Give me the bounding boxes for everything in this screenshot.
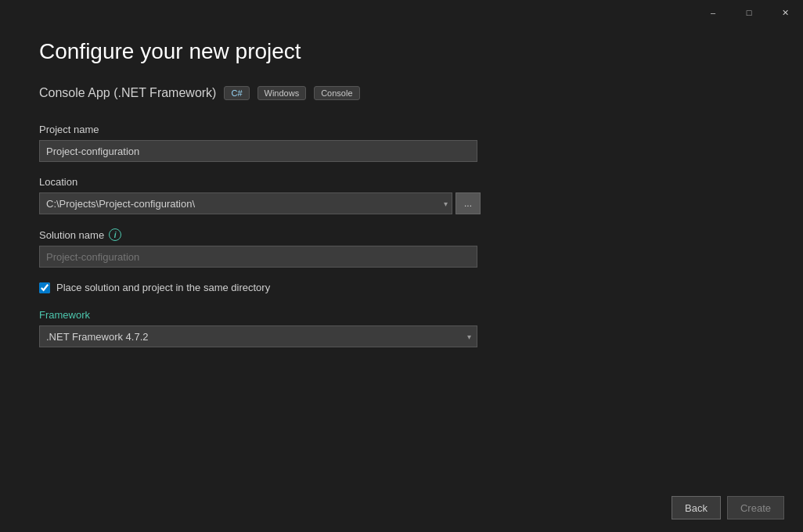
app-type-name: Console App (.NET Framework) <box>39 86 216 100</box>
same-directory-checkbox[interactable] <box>39 282 50 293</box>
maximize-icon: □ <box>747 8 752 17</box>
solution-name-label-row: Solution name i <box>39 228 764 241</box>
location-label: Location <box>39 176 764 188</box>
solution-name-group: Solution name i <box>39 228 764 268</box>
tag-csharp: C# <box>224 86 249 100</box>
framework-group: Framework .NET Framework 4.7.2 .NET Fram… <box>39 309 764 347</box>
framework-select-wrapper: .NET Framework 4.7.2 .NET Framework 4.8 … <box>39 325 477 347</box>
minimize-icon: – <box>711 8 715 17</box>
app-type-row: Console App (.NET Framework) C# Windows … <box>39 86 764 100</box>
solution-name-input[interactable] <box>39 246 477 268</box>
location-dropdown-wrapper: C:\Projects\Project-configuration\ <box>39 192 452 214</box>
close-button[interactable]: ✕ <box>767 0 803 25</box>
framework-select[interactable]: .NET Framework 4.7.2 .NET Framework 4.8 … <box>39 325 477 347</box>
location-row: C:\Projects\Project-configuration\ ... <box>39 192 764 214</box>
close-icon: ✕ <box>782 8 789 18</box>
page-title: Configure your new project <box>39 39 764 64</box>
tag-console: Console <box>314 86 359 100</box>
solution-name-label: Solution name <box>39 229 104 241</box>
location-select[interactable]: C:\Projects\Project-configuration\ <box>39 192 452 214</box>
minimize-button[interactable]: – <box>695 0 731 25</box>
same-directory-label[interactable]: Place solution and project in the same d… <box>56 282 270 293</box>
project-name-label: Project name <box>39 124 764 135</box>
back-button[interactable]: Back <box>672 496 721 519</box>
bottom-bar: Back Create <box>653 483 803 532</box>
framework-label: Framework <box>39 309 764 321</box>
solution-name-info-icon[interactable]: i <box>109 228 121 241</box>
title-bar: – □ ✕ <box>695 0 803 25</box>
maximize-button[interactable]: □ <box>731 0 767 25</box>
project-name-group: Project name <box>39 124 764 162</box>
project-name-input[interactable] <box>39 140 477 162</box>
create-button[interactable]: Create <box>727 496 784 519</box>
location-group: Location C:\Projects\Project-configurati… <box>39 176 764 214</box>
tag-windows: Windows <box>257 86 307 100</box>
main-content: Configure your new project Console App (… <box>0 0 803 393</box>
same-directory-row: Place solution and project in the same d… <box>39 282 764 293</box>
browse-button[interactable]: ... <box>456 192 481 214</box>
